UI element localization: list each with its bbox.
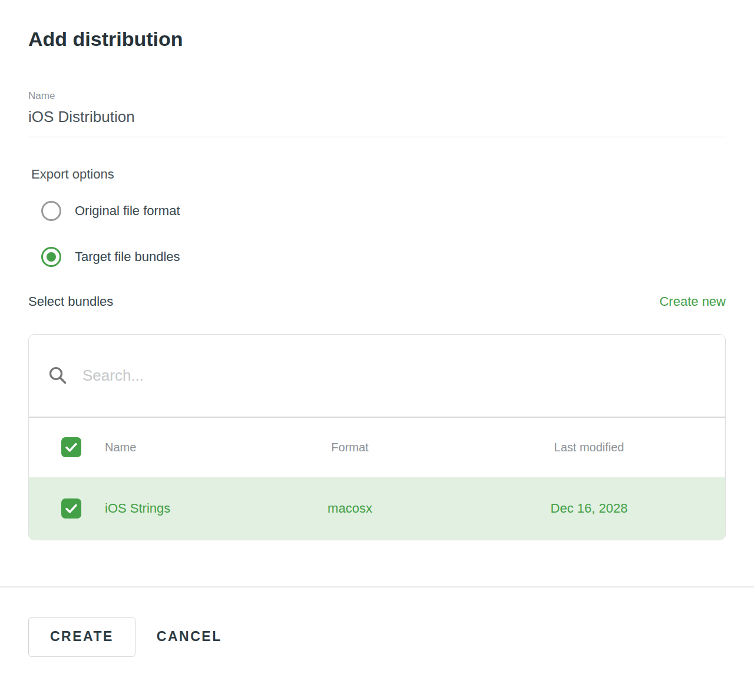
create-button[interactable]: CREATE [28, 617, 135, 657]
column-header-format: Format [247, 441, 453, 454]
cancel-button[interactable]: CANCEL [156, 617, 223, 657]
row-checkbox[interactable] [61, 498, 81, 519]
row-bundle-name: iOS Strings [94, 501, 247, 516]
radio-option-target-file-bundles[interactable]: Target file bundles [41, 247, 726, 267]
page-title: Add distribution [28, 27, 726, 51]
select-bundles-label: Select bundles [28, 294, 113, 309]
bundles-panel: Name Format Last modified iOS Strings ma… [28, 334, 726, 540]
export-options-label: Export options [28, 167, 726, 182]
name-input[interactable]: iOS Distribution [28, 108, 726, 126]
radio-option-label: Target file bundles [75, 249, 180, 265]
column-header-last-modified: Last modified [453, 441, 725, 454]
bundles-search-row [29, 335, 725, 418]
column-header-name: Name [94, 441, 247, 454]
search-icon [48, 366, 67, 385]
add-distribution-dialog: Add distribution Name iOS Distribution E… [0, 0, 754, 540]
radio-option-original-file-format[interactable]: Original file format [41, 201, 726, 221]
radio-selected-icon[interactable] [41, 247, 61, 267]
radio-option-label: Original file format [75, 203, 180, 219]
row-bundle-last-modified: Dec 16, 2028 [453, 501, 725, 516]
row-checkbox-cell [29, 498, 94, 519]
table-row-ios-strings[interactable]: iOS Strings macosx Dec 16, 2028 [29, 477, 725, 540]
checkmark-icon [64, 440, 79, 455]
header-checkbox-cell [29, 437, 94, 457]
bundles-header-row: Select bundles Create new [28, 294, 726, 309]
name-field-group: Name iOS Distribution [28, 90, 726, 137]
dialog-actions: CREATE CANCEL [0, 587, 754, 686]
checkmark-icon [64, 501, 79, 516]
search-input[interactable] [82, 366, 658, 385]
create-new-link[interactable]: Create new [659, 294, 726, 309]
select-all-checkbox[interactable] [61, 437, 81, 457]
radio-unselected-icon[interactable] [41, 201, 61, 221]
row-bundle-format: macosx [247, 501, 453, 516]
name-field-label: Name [28, 90, 726, 102]
table-header-row: Name Format Last modified [29, 418, 725, 477]
